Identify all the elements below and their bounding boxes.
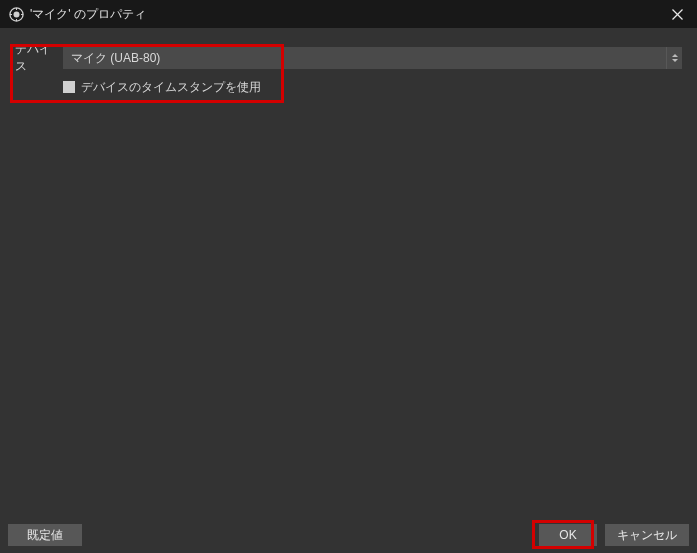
titlebar: 'マイク' のプロパティ	[0, 0, 697, 28]
close-icon	[672, 9, 683, 20]
ok-button[interactable]: OK	[539, 524, 597, 546]
device-select[interactable]: マイク (UAB-80)	[63, 47, 682, 69]
timestamp-checkbox[interactable]	[63, 81, 75, 93]
defaults-button[interactable]: 既定値	[8, 524, 82, 546]
app-icon	[8, 6, 24, 22]
device-select-spinner[interactable]	[666, 47, 682, 69]
device-row: デバイス マイク (UAB-80)	[15, 46, 682, 70]
dialog-footer: 既定値 OK キャンセル	[0, 524, 697, 546]
close-button[interactable]	[657, 0, 697, 28]
device-label: デバイス	[15, 41, 63, 75]
window-title: 'マイク' のプロパティ	[30, 6, 146, 23]
timestamp-row: デバイスのタイムスタンプを使用	[15, 77, 682, 97]
device-select-value: マイク (UAB-80)	[63, 47, 666, 69]
timestamp-checkbox-label[interactable]: デバイスのタイムスタンプを使用	[81, 79, 261, 96]
chevron-down-icon	[672, 59, 678, 62]
cancel-button[interactable]: キャンセル	[605, 524, 689, 546]
dialog-content: デバイス マイク (UAB-80) デバイスのタイムスタンプを使用	[0, 28, 697, 107]
chevron-up-icon	[672, 54, 678, 57]
svg-point-1	[13, 11, 19, 17]
